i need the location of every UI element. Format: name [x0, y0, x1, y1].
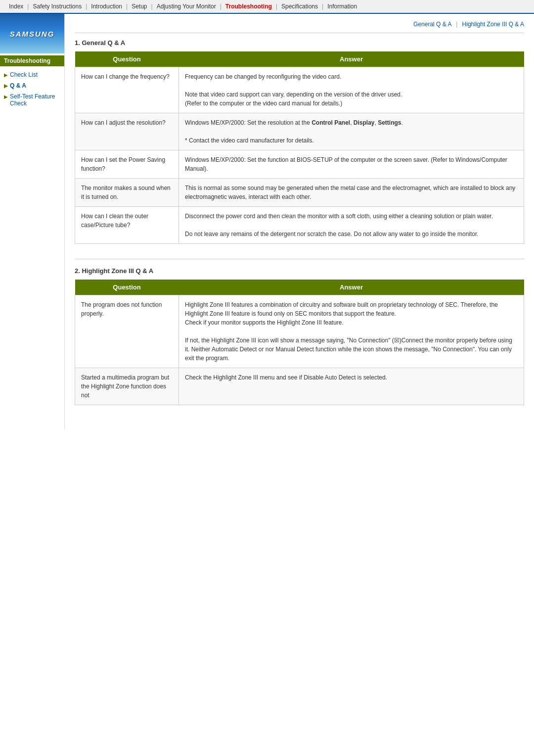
q1-answer: Frequency can be changed by reconfigurin… [179, 67, 524, 113]
q2-question: How can I adjust the resolution? [75, 113, 179, 150]
table-row: How can I clean the outer case/Picture t… [75, 207, 524, 244]
breadcrumb-general-qa[interactable]: General Q & A [413, 21, 451, 28]
table-row: The program does not function properly. … [75, 295, 524, 368]
q6-question: The program does not function properly. [75, 295, 179, 368]
arrow-icon-qa: ▶ [4, 83, 8, 89]
sidebar-label-qa: Q & A [10, 82, 26, 89]
section2-table: Question Answer The program does not fun… [75, 280, 524, 405]
table1-col-question: Question [75, 51, 179, 67]
q7-answer: Check the Highlight Zone III menu and se… [179, 368, 524, 405]
section1-table: Question Answer How can I change the fre… [75, 51, 524, 244]
sidebar-title: Troubleshooting [0, 55, 64, 66]
table-row: Started a multimedia program but the Hig… [75, 368, 524, 405]
q1-question: How can I change the frequency? [75, 67, 179, 113]
section-divider [75, 259, 524, 259]
q6-answer: Highlight Zone III features a combinatio… [179, 295, 524, 368]
q3-answer: Windows ME/XP/2000: Set the function at … [179, 150, 524, 179]
breadcrumb-highlight-qa[interactable]: Highlight Zone III Q & A [462, 21, 524, 28]
q5-question: How can I clean the outer case/Picture t… [75, 207, 179, 244]
q4-question: The monitor makes a sound when it is tur… [75, 179, 179, 207]
q3-question: How can I set the Power Saving function? [75, 150, 179, 179]
table1-col-answer: Answer [179, 51, 524, 67]
nav-information[interactable]: Information [323, 2, 361, 11]
sidebar-item-qa[interactable]: ▶ Q & A [2, 81, 62, 90]
main-content: General Q & A | Highlight Zone III Q & A… [64, 14, 534, 430]
q7-question: Started a multimedia program but the Hig… [75, 368, 179, 405]
samsung-logo: SAMSUNG [10, 30, 55, 38]
sidebar: SAMSUNG Troubleshooting ▶ Check List ▶ Q… [0, 14, 64, 430]
table-row: The monitor makes a sound when it is tur… [75, 179, 524, 207]
nav-introduction[interactable]: Introduction [87, 2, 126, 11]
breadcrumb-separator: | [456, 21, 457, 28]
nav-setup[interactable]: Setup [128, 2, 151, 11]
q4-answer: This is normal as some sound may be gene… [179, 179, 524, 207]
sidebar-nav: ▶ Check List ▶ Q & A ▶ Self-Test Feature… [0, 66, 64, 114]
table2-col-answer: Answer [179, 280, 524, 295]
table2-col-question: Question [75, 280, 179, 295]
nav-safety[interactable]: Safety Instructions [29, 2, 86, 11]
logo-area: SAMSUNG [0, 14, 64, 53]
section2-heading: 2. Highlight Zone III Q & A [75, 267, 524, 275]
sidebar-item-checklist[interactable]: ▶ Check List [2, 70, 62, 79]
section1-heading: 1. General Q & A [75, 39, 524, 47]
arrow-icon-checklist: ▶ [4, 72, 8, 78]
sidebar-label-checklist: Check List [10, 71, 38, 78]
nav-specifications[interactable]: Specifications [277, 2, 322, 11]
sidebar-item-selftest[interactable]: ▶ Self-Test Feature Check [2, 92, 62, 108]
q5-answer: Disconnect the power cord and then clean… [179, 207, 524, 244]
table-row: How can I adjust the resolution? Windows… [75, 113, 524, 150]
breadcrumb-links: General Q & A | Highlight Zone III Q & A [75, 19, 524, 33]
arrow-icon-selftest: ▶ [4, 94, 8, 99]
q2-answer: Windows ME/XP/2000: Set the resolution a… [179, 113, 524, 150]
sidebar-label-selftest: Self-Test Feature Check [10, 93, 60, 107]
page-layout: SAMSUNG Troubleshooting ▶ Check List ▶ Q… [0, 14, 534, 430]
nav-bar: Index | Safety Instructions | Introducti… [0, 0, 534, 14]
table-row: How can I set the Power Saving function?… [75, 150, 524, 179]
nav-adjusting[interactable]: Adjusting Your Monitor [153, 2, 220, 11]
nav-troubleshooting[interactable]: Troubleshooting [222, 2, 276, 11]
nav-index[interactable]: Index [5, 2, 27, 11]
table-row: How can I change the frequency? Frequenc… [75, 67, 524, 113]
